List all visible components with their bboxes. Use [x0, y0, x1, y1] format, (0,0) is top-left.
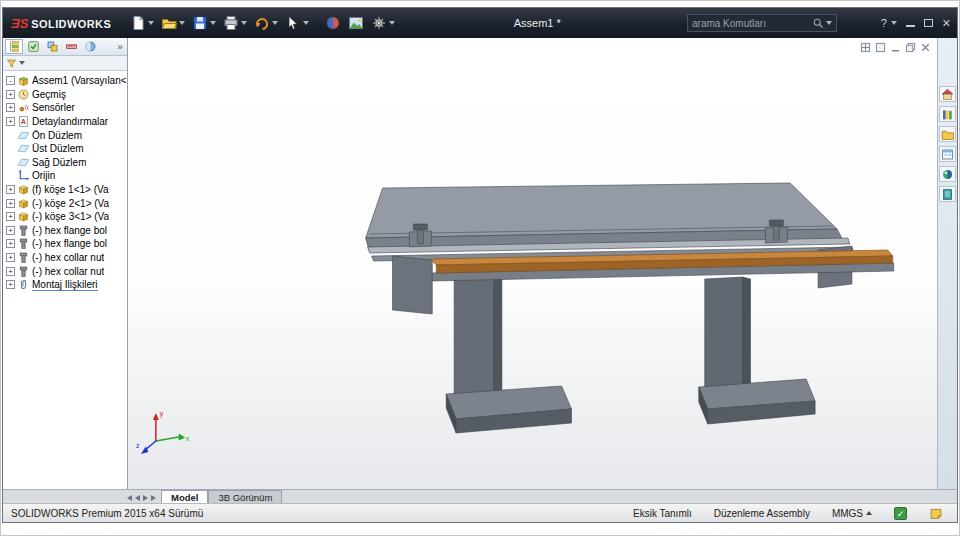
split-view-icon[interactable] [860, 42, 871, 53]
expand-toggle-icon[interactable]: + [6, 212, 15, 221]
expand-toggle-icon[interactable] [6, 144, 15, 153]
design-library-button[interactable] [939, 106, 956, 122]
tree-item-part-kose2[interactable]: +(-) köşe 2<1> (Va [3, 196, 127, 210]
tree-item-hex-collar-nut-2[interactable]: +(-) hex collar nut [3, 264, 127, 278]
quick-access-toolbar [127, 13, 398, 33]
tree-item-front-plane[interactable]: Ön Düzlem [3, 128, 127, 142]
doc-close-icon[interactable] [920, 42, 931, 53]
tree-item-mates[interactable]: +Montaj İlişkileri [3, 278, 127, 292]
filter-funnel-icon[interactable] [6, 58, 17, 69]
tree-item-sensors[interactable]: +Sensörler [3, 101, 127, 115]
doc-minimize-icon[interactable] [890, 42, 901, 53]
plane-icon [17, 156, 30, 169]
undo-icon [254, 15, 270, 31]
tree-item-label: (-) hex collar nut [32, 266, 104, 277]
file-explorer-button[interactable] [939, 126, 956, 142]
tab-configurationmanager[interactable] [43, 39, 61, 54]
appearances-scenes-button[interactable] [939, 166, 956, 182]
panel-tabs-overflow-button[interactable]: » [118, 42, 125, 52]
search-icon[interactable] [812, 17, 824, 29]
tree-item-part-kose3[interactable]: +(-) köşe 3<1> (Va [3, 210, 127, 224]
open-button[interactable] [158, 13, 188, 33]
tree-item-part-kose1[interactable]: +(f) köşe 1<1> (Va [3, 183, 127, 197]
folder-icon [941, 128, 954, 141]
expand-toggle-icon[interactable]: + [6, 280, 15, 289]
doc-restore-icon[interactable] [905, 42, 916, 53]
appearance-sphere-icon [325, 15, 341, 31]
note-tag-icon[interactable] [929, 507, 943, 520]
expand-toggle-icon[interactable] [6, 171, 15, 180]
edit-mode-status: Düzenleme Assembly [714, 508, 810, 519]
search-input[interactable] [692, 18, 812, 29]
expand-toggle-icon[interactable]: + [6, 239, 15, 248]
tree-item-annotations[interactable]: +Detaylandırmalar [3, 115, 127, 129]
tree-item-assembly-root[interactable]: -Assem1 (Varsayılan< [3, 74, 127, 88]
expand-toggle-icon[interactable]: + [6, 117, 15, 126]
definition-status: Eksik Tanımlı [633, 508, 692, 519]
save-button[interactable] [189, 13, 219, 33]
chevron-down-icon[interactable] [19, 61, 25, 65]
expand-toggle-icon[interactable]: + [6, 90, 15, 99]
displaymanager-icon [84, 40, 97, 53]
expand-toggle-icon[interactable] [6, 158, 15, 167]
tree-item-label: (-) hex flange bol [32, 225, 107, 236]
expand-toggle-icon[interactable]: + [6, 103, 15, 112]
expand-toggle-icon[interactable]: - [6, 76, 15, 85]
scroll-last-icon[interactable] [151, 495, 156, 501]
print-button[interactable] [220, 13, 250, 33]
help-icon: ? [881, 17, 887, 29]
tree-item-label: (-) hex collar nut [32, 252, 104, 263]
new-document-button[interactable] [127, 13, 157, 33]
tree-item-history[interactable]: +Geçmiş [3, 88, 127, 102]
scroll-next-icon[interactable] [143, 495, 148, 501]
save-icon [192, 15, 208, 31]
gear-icon [371, 15, 387, 31]
restore-button[interactable] [924, 19, 933, 27]
select-button[interactable] [282, 13, 312, 33]
units-selector[interactable]: MMGS [832, 508, 872, 519]
command-search[interactable] [687, 14, 837, 32]
tree-item-right-plane[interactable]: Sağ Düzlem [3, 156, 127, 170]
expand-toggle-icon[interactable]: + [6, 253, 15, 262]
tab-propertymanager[interactable] [24, 39, 42, 54]
configurationmanager-icon [46, 40, 59, 53]
tab-dimxpertmanager[interactable] [62, 39, 80, 54]
minimize-button[interactable] [906, 19, 915, 27]
expand-toggle-icon[interactable]: + [6, 267, 15, 276]
expand-toggle-icon[interactable]: + [6, 185, 15, 194]
tree-item-hex-collar-nut-1[interactable]: +(-) hex collar nut [3, 251, 127, 265]
view-palette-button[interactable] [939, 146, 956, 162]
bolt-icon [17, 265, 30, 278]
tab-3d-views[interactable]: 3B Görünüm [208, 490, 282, 503]
chevron-down-icon [241, 21, 247, 25]
scroll-first-icon[interactable] [127, 495, 132, 501]
custom-properties-button[interactable] [939, 186, 956, 202]
solidworks-resources-button[interactable] [939, 86, 956, 102]
tab-model[interactable]: Model [161, 490, 208, 503]
tree-item-origin[interactable]: Orijin [3, 169, 127, 183]
tree-item-top-plane[interactable]: Üst Düzlem [3, 142, 127, 156]
chevron-down-icon[interactable] [826, 21, 832, 25]
status-check-badge: ✓ [894, 507, 907, 520]
edit-appearance-button[interactable] [322, 13, 344, 33]
chevron-down-icon [148, 21, 154, 25]
expand-toggle-icon[interactable]: + [6, 199, 15, 208]
feature-tree: -Assem1 (Varsayılan< +Geçmiş +Sensörler … [3, 71, 127, 489]
view-settings-button[interactable] [368, 13, 398, 33]
tree-item-hex-flange-bolt-2[interactable]: +(-) hex flange bol [3, 237, 127, 251]
tab-featuremanager[interactable] [5, 39, 23, 54]
help-button[interactable]: ? [881, 17, 897, 29]
logo-text: SOLIDWORKS [31, 18, 111, 30]
close-button[interactable]: ✕ [942, 18, 951, 29]
expand-toggle-icon[interactable]: + [6, 226, 15, 235]
box-view-icon[interactable] [875, 42, 886, 53]
reference-triad: y x z [136, 410, 190, 454]
tree-item-hex-flange-bolt-1[interactable]: +(-) hex flange bol [3, 224, 127, 238]
graphics-viewport[interactable]: y x z [128, 38, 937, 489]
apply-scene-button[interactable] [345, 13, 367, 33]
undo-button[interactable] [251, 13, 281, 33]
expand-toggle-icon[interactable] [6, 131, 15, 140]
tab-displaymanager[interactable] [81, 39, 99, 54]
scroll-prev-icon[interactable] [135, 495, 140, 501]
solidworks-logo: ƎS SOLIDWORKS [11, 16, 111, 31]
